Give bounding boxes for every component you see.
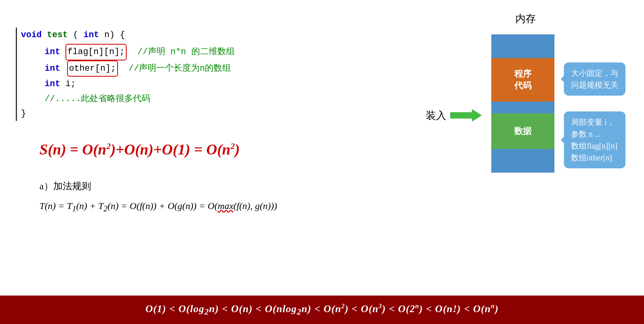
mem-block-program: 程序代码 bbox=[491, 58, 554, 102]
speech-bubble-2: 局部变量 i， 参数 n ... 数组flag[n][n] 数组other[n] bbox=[564, 111, 625, 168]
diagram-row: 装入 程序代码 数据 大小固定，与问题规模无关 bbox=[426, 34, 625, 173]
comment-1d: //声明一个长度为n的数组 bbox=[129, 64, 231, 73]
memory-title: 内存 bbox=[515, 12, 536, 26]
keyword-int-4: int bbox=[45, 79, 60, 89]
keyword-int-2: int bbox=[45, 47, 60, 57]
bottom-bar: O(1) < O(log2n) < O(n) < O(nlog2n) < O(n… bbox=[0, 296, 644, 324]
addition-rule-section: a）加法规则 T(n) = T1(n) + T2(n) = O(f(n)) + … bbox=[39, 178, 423, 215]
highlight-other: other[n]; bbox=[67, 60, 118, 77]
addition-formula: T(n) = T1(n) + T2(n) = O(f(n)) + O(g(n))… bbox=[39, 198, 423, 216]
code-line-1: void test ( int n) { bbox=[21, 28, 423, 42]
mem-block-spacer bbox=[491, 102, 554, 113]
code-line-5: //.....此处省略很多代码 bbox=[45, 92, 423, 106]
memory-column: 程序代码 数据 bbox=[491, 34, 554, 173]
comment-omit: //.....此处省略很多代码 bbox=[45, 94, 150, 104]
code-line-2: int flag[n][n]; //声明 n*n 的二维数组 bbox=[45, 44, 423, 60]
mem-block-data: 数据 bbox=[491, 113, 554, 149]
arrow-icon bbox=[450, 108, 482, 122]
mem-block-top bbox=[491, 34, 554, 58]
keyword-void: void bbox=[21, 30, 42, 40]
mem-block-bottom bbox=[491, 149, 554, 173]
right-panel: 内存 装入 程序代码 数据 大小固 bbox=[423, 8, 628, 316]
speech-bubbles: 大小固定，与问题规模无关 局部变量 i， 参数 n ... 数组flag[n][… bbox=[564, 39, 625, 168]
main-container: void test ( int n) { int flag[n][n]; //声… bbox=[0, 0, 644, 324]
svg-marker-0 bbox=[450, 109, 482, 122]
keyword-int-3: int bbox=[45, 64, 60, 73]
speech-bubble-1: 大小固定，与问题规模无关 bbox=[564, 62, 625, 96]
space-formula: S(n) = O(n2)+O(n)+O(1) = O(n2) bbox=[39, 141, 423, 158]
comment-2d: //声明 n*n 的二维数组 bbox=[137, 47, 234, 57]
code-line-3: int other[n]; //声明一个长度为n的数组 bbox=[45, 60, 423, 77]
rule-title: a）加法规则 bbox=[39, 178, 423, 195]
func-name: test bbox=[47, 30, 68, 40]
highlight-flag: flag[n][n]; bbox=[66, 44, 127, 60]
code-line-6: } bbox=[21, 106, 423, 121]
code-line-4: int i; bbox=[45, 77, 423, 91]
max-underline: max bbox=[218, 201, 234, 211]
arrow-area: 装入 bbox=[426, 108, 482, 122]
left-panel: void test ( int n) { int flag[n][n]; //声… bbox=[16, 8, 423, 316]
keyword-int-param: int bbox=[83, 30, 99, 40]
code-block: void test ( int n) { int flag[n][n]; //声… bbox=[16, 28, 423, 121]
arrow-label: 装入 bbox=[426, 109, 446, 122]
